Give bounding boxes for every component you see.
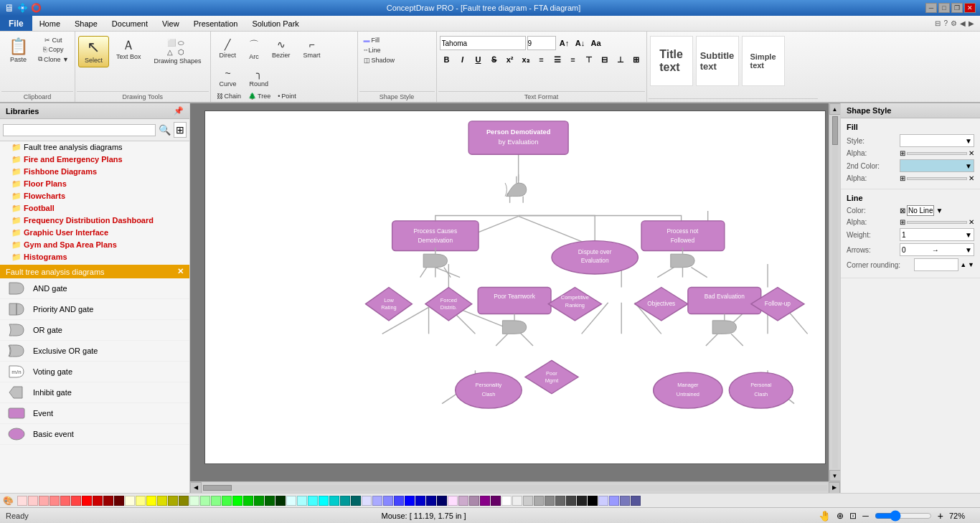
arc-button[interactable]: ⌒ Arc <box>243 36 265 63</box>
color-swatch[interactable] <box>71 496 81 506</box>
direct-button[interactable]: ╱ Direct <box>214 36 242 62</box>
color-swatch[interactable] <box>566 496 576 506</box>
color-swatch[interactable] <box>362 496 372 506</box>
color-dropdown-arrow[interactable]: ▼ <box>936 207 943 215</box>
file-menu[interactable]: File <box>0 16 32 31</box>
shadow-button[interactable]: ◫ Shadow <box>361 56 398 65</box>
shape-menu[interactable]: Shape <box>67 16 105 31</box>
color-swatch[interactable] <box>222 496 232 506</box>
color-swatch[interactable] <box>555 496 565 506</box>
nav-forward[interactable]: ▶ <box>969 19 974 27</box>
align-bottom-button[interactable]: ⊥ <box>613 52 628 67</box>
tree-button[interactable]: 🌲 Tree <box>245 92 273 100</box>
smart-button[interactable]: ⌐ Smart <box>298 36 326 62</box>
settings-icon[interactable]: ⚙ <box>951 19 957 27</box>
style-dropdown[interactable]: ▼ <box>900 134 974 147</box>
solution-park-menu[interactable]: Solution Park <box>245 16 306 31</box>
voting-gate-item[interactable]: m/n Voting gate <box>0 362 189 382</box>
corner-stepper-up[interactable]: ▲ <box>960 261 966 268</box>
align-middle-button[interactable]: ⊟ <box>598 52 612 67</box>
lib-item-freq[interactable]: 📁 Frequency Distribution Dashboard <box>0 215 189 227</box>
arrows-dropdown-btn[interactable]: ▼ <box>965 246 972 254</box>
color-swatch[interactable] <box>114 496 124 506</box>
color-swatch[interactable] <box>340 496 350 506</box>
corner-stepper-down[interactable]: ▼ <box>968 261 974 268</box>
scroll-left-button[interactable]: ◀ <box>190 482 202 494</box>
event-item[interactable]: Event <box>0 403 189 424</box>
color-swatch[interactable] <box>254 496 264 506</box>
superscript-button[interactable]: x² <box>503 52 517 67</box>
align-center-button[interactable]: ☰ <box>550 52 565 67</box>
alpha2-slider[interactable] <box>907 177 967 180</box>
grow-font-button[interactable]: A↑ <box>557 36 572 50</box>
color-swatch[interactable] <box>545 496 555 506</box>
search-icon[interactable]: 🔍 <box>159 124 171 136</box>
color-swatch[interactable] <box>437 496 447 506</box>
alpha-slider[interactable] <box>907 152 967 155</box>
color-swatch[interactable] <box>125 496 135 506</box>
color-swatch[interactable] <box>501 496 512 506</box>
zoom-out-button[interactable]: ─ <box>862 511 869 521</box>
color-swatch[interactable] <box>168 496 178 506</box>
lib-item-gym[interactable]: 📁 Gym and Spa Area Plans <box>0 239 189 251</box>
line-alpha-clear[interactable]: ✕ <box>969 218 974 226</box>
alpha-clear[interactable]: ✕ <box>969 149 974 157</box>
color-swatch[interactable] <box>609 496 619 506</box>
align-right-button[interactable]: ≡ <box>566 52 580 67</box>
subscript-button[interactable]: x₂ <box>519 52 533 67</box>
help-icon[interactable]: ⊟ <box>935 19 941 27</box>
color-swatch[interactable] <box>146 496 156 506</box>
line-alpha-slider[interactable] <box>907 221 967 224</box>
color-swatch[interactable] <box>469 496 479 506</box>
italic-button[interactable]: I <box>456 52 470 67</box>
color-swatch[interactable] <box>372 496 382 506</box>
align-left-button[interactable]: ≡ <box>534 52 549 67</box>
curve-button[interactable]: ~ Curve <box>214 65 242 90</box>
scroll-up-button[interactable]: ▲ <box>829 103 841 115</box>
color-swatch[interactable] <box>480 496 490 506</box>
restore-button[interactable]: ❐ <box>951 3 963 13</box>
color-swatch[interactable] <box>329 496 339 506</box>
color-swatch[interactable] <box>415 496 425 506</box>
color-swatch[interactable] <box>588 496 598 506</box>
lib-item-flowcharts[interactable]: 📁 Flowcharts <box>0 190 189 202</box>
color-swatch[interactable] <box>448 496 458 506</box>
color-swatch[interactable] <box>82 496 92 506</box>
cut-button[interactable]: ✂ Cut <box>35 36 72 44</box>
minimize-button[interactable]: ─ <box>925 3 937 13</box>
pin-icon[interactable]: 📌 <box>174 106 184 116</box>
lib-item-floor[interactable]: 📁 Floor Plans <box>0 178 189 190</box>
bold-button[interactable]: B <box>440 52 454 67</box>
subtitle-style-button[interactable]: Subtitletext <box>696 36 739 86</box>
color-swatch[interactable] <box>136 496 146 506</box>
horizontal-scrollbar[interactable]: ◀ ▶ <box>190 481 840 493</box>
and-gate-item[interactable]: AND gate <box>0 278 189 299</box>
presentation-menu[interactable]: Presentation <box>187 16 245 31</box>
color-swatch[interactable] <box>93 496 103 506</box>
color-swatch[interactable] <box>534 496 544 506</box>
strikethrough-button[interactable]: S̶ <box>487 52 501 67</box>
line-button[interactable]: ╌ Line <box>361 46 384 55</box>
font-size-select[interactable] <box>527 36 556 50</box>
corner-input[interactable]: 0 in <box>914 258 958 271</box>
scroll-right-button[interactable]: ▶ <box>829 482 840 494</box>
round-button[interactable]: ╮ Round <box>244 65 275 90</box>
font-name-select[interactable] <box>440 36 526 50</box>
close-section-button[interactable]: ✕ <box>177 267 184 276</box>
diagram-canvas[interactable]: Person Demotivated by Evaluation Process… <box>204 110 826 464</box>
palette-icon[interactable]: 🎨 <box>3 496 14 506</box>
close-button[interactable]: ✕ <box>964 3 976 13</box>
color-swatch[interactable] <box>308 496 318 506</box>
shrink-font-button[interactable]: A↓ <box>573 36 588 50</box>
inhibit-gate-item[interactable]: Inhibit gate <box>0 382 189 403</box>
align-top-button[interactable]: ⊤ <box>582 52 596 67</box>
color-swatch[interactable] <box>351 496 361 506</box>
maximize-button[interactable]: □ <box>938 3 950 13</box>
underline-button[interactable]: U <box>471 52 486 67</box>
second-color-dropdown[interactable]: ▼ <box>900 159 974 172</box>
point-button[interactable]: • Point <box>275 92 299 100</box>
lib-item-fault[interactable]: 📁 Fault tree analysis diagrams <box>0 141 189 154</box>
color-swatch[interactable] <box>631 496 641 506</box>
alpha2-clear[interactable]: ✕ <box>969 174 974 182</box>
color-swatch[interactable] <box>200 496 210 506</box>
